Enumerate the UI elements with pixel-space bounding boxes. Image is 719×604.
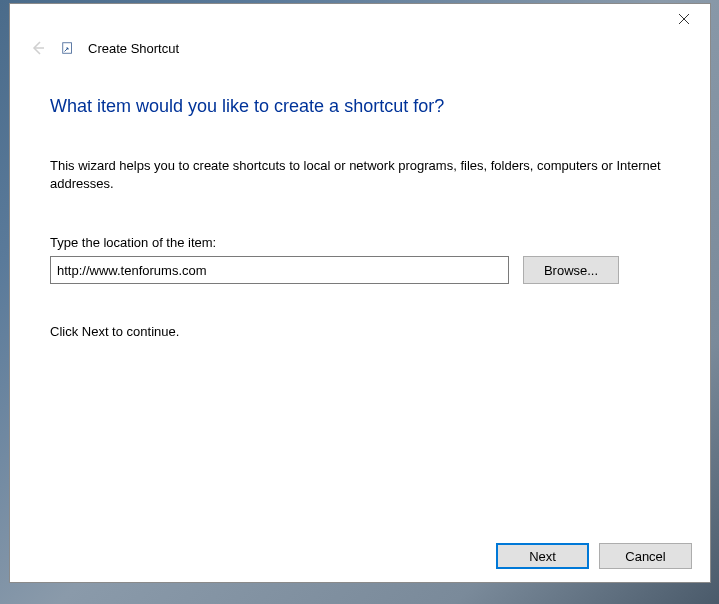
create-shortcut-dialog: Create Shortcut What item would you like… [9, 3, 711, 583]
back-button [28, 38, 48, 58]
cancel-button[interactable]: Cancel [599, 543, 692, 569]
location-label: Type the location of the item: [50, 235, 670, 250]
next-button[interactable]: Next [496, 543, 589, 569]
input-row: Browse... [50, 256, 670, 284]
browse-button[interactable]: Browse... [523, 256, 619, 284]
wizard-description: This wizard helps you to create shortcut… [50, 157, 670, 193]
shortcut-icon [60, 40, 76, 56]
content-area: What item would you like to create a sho… [10, 66, 710, 530]
page-heading: What item would you like to create a sho… [50, 96, 670, 117]
title-bar [10, 4, 710, 34]
continue-text: Click Next to continue. [50, 324, 670, 339]
close-button[interactable] [666, 5, 702, 33]
dialog-title: Create Shortcut [88, 41, 179, 56]
dialog-footer: Next Cancel [10, 530, 710, 582]
back-arrow-icon [30, 40, 46, 56]
close-icon [678, 13, 690, 25]
header-row: Create Shortcut [10, 34, 710, 66]
location-input[interactable] [50, 256, 509, 284]
